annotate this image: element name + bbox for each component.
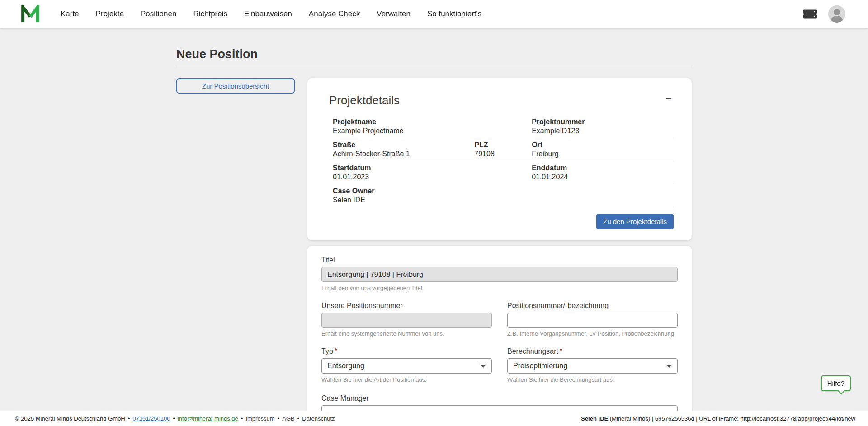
project-details-row: Case Owner Selen IDE <box>329 184 674 207</box>
typ-label: Typ* <box>321 347 492 356</box>
strasse-label: Straße <box>333 141 474 149</box>
nav-item-richtpreis[interactable]: Richtpreis <box>193 9 227 19</box>
enddatum-label: Enddatum <box>532 164 670 172</box>
berechnungsart-label: Berechnungsart* <box>507 347 678 356</box>
separator: • <box>173 415 175 422</box>
nav-item-karte[interactable]: Karte <box>61 9 79 19</box>
project-details-row: Straße Achim-Stocker-Straße 1 PLZ 79108 … <box>329 138 674 161</box>
required-marker: * <box>560 347 562 355</box>
copyright-text: © 2025 Mineral Minds Deutschland GmbH <box>15 415 125 422</box>
project-details-title: Projektdetails <box>329 94 400 107</box>
separator: • <box>128 415 130 422</box>
strasse-value: Achim-Stocker-Straße 1 <box>333 150 474 158</box>
berechnungsart-label-text: Berechnungsart <box>507 347 558 355</box>
case-manager-input[interactable] <box>321 405 678 411</box>
footer-user-name: Selen IDE <box>581 415 608 422</box>
case-owner-label: Case Owner <box>333 187 670 195</box>
plz-label: PLZ <box>474 141 532 149</box>
person-icon <box>828 5 845 23</box>
nav-item-verwalten[interactable]: Verwalten <box>377 9 410 19</box>
email-link[interactable]: info@mineral-minds.de <box>178 415 238 422</box>
titel-input <box>321 267 678 282</box>
caret-down-icon <box>666 365 672 368</box>
position-form-card: Titel Erhält den von uns vorgegebenen Ti… <box>307 246 692 411</box>
project-details-row: Startdatum 01.01.2023 Enddatum 01.01.202… <box>329 161 674 184</box>
phone-link[interactable]: 07151/250100 <box>132 415 170 422</box>
typ-select-value: Entsorgung <box>327 362 364 370</box>
footer: © 2025 Mineral Minds Deutschland GmbH • … <box>0 411 868 426</box>
project-details-row: Projektname Example Projectname Projektn… <box>329 115 674 138</box>
footer-left: © 2025 Mineral Minds Deutschland GmbH • … <box>15 415 335 422</box>
berechnungsart-select-value: Preisoptimierung <box>513 362 567 370</box>
separator: • <box>278 415 280 422</box>
berechnungsart-select[interactable]: Preisoptimierung <box>507 358 678 374</box>
go-to-project-details-button[interactable]: Zu den Projektdetails <box>596 214 674 229</box>
caret-down-icon <box>481 365 486 368</box>
separator: • <box>297 415 300 422</box>
projektnummer-label: Projektnummer <box>532 118 670 126</box>
main-content: Neue Position Zur Positionsübersicht Pro… <box>0 28 868 411</box>
impressum-link[interactable]: Impressum <box>245 415 274 422</box>
main-navigation: Karte Projekte Positionen Richtpreis Ein… <box>61 9 481 19</box>
projektname-value: Example Projectname <box>333 127 532 135</box>
required-marker: * <box>335 347 337 355</box>
case-owner-value: Selen IDE <box>333 196 670 204</box>
titel-help-text: Erhält den von uns vorgegebenen Titel. <box>321 285 678 291</box>
berechnungsart-help-text: Wählen Sie hier die Berechnungsart aus. <box>507 376 678 383</box>
nav-item-positionen[interactable]: Positionen <box>141 9 176 19</box>
nav-item-projekte[interactable]: Projekte <box>96 9 124 19</box>
positionsbezeichnung-input[interactable] <box>507 313 678 328</box>
startdatum-value: 01.01.2023 <box>333 173 532 181</box>
navbar: Karte Projekte Positionen Richtpreis Ein… <box>0 0 868 28</box>
positionsnummer-input <box>321 313 492 328</box>
footer-session-details: (Mineral Minds) | 69576255536d | URL of … <box>608 415 855 422</box>
nav-item-analyse-check[interactable]: Analyse Check <box>309 9 360 19</box>
help-button[interactable]: Hilfe? <box>821 375 851 391</box>
projektname-label: Projektname <box>333 118 532 126</box>
navbar-right <box>803 5 845 23</box>
positionsnummer-help-text: Erhält eine systemgenerierte Nummer von … <box>321 330 492 337</box>
ort-label: Ort <box>532 141 670 149</box>
project-details-card: Projektdetails − Projektname Example Pro… <box>307 78 692 240</box>
nav-item-einbauweisen[interactable]: Einbauweisen <box>244 9 292 19</box>
logo[interactable] <box>21 5 40 23</box>
back-to-positions-button[interactable]: Zur Positionsübersicht <box>176 78 295 94</box>
page-title: Neue Position <box>176 47 692 61</box>
user-avatar[interactable] <box>828 5 845 23</box>
enddatum-value: 01.01.2024 <box>532 173 670 181</box>
typ-help-text: Wählen Sie hier die Art der Position aus… <box>321 376 492 383</box>
positionsnummer-label: Unsere Positionsnummer <box>321 301 492 310</box>
title-divider <box>176 67 692 67</box>
startdatum-label: Startdatum <box>333 164 532 172</box>
datenschutz-link[interactable]: Datenschutz <box>302 415 335 422</box>
project-details-fields: Projektname Example Projectname Projektn… <box>329 115 674 207</box>
typ-select[interactable]: Entsorgung <box>321 358 492 374</box>
ort-value: Freiburg <box>532 150 670 158</box>
positionsbezeichnung-label: Positionsnummer/-bezeichnung <box>507 301 678 310</box>
footer-session-info: Selen IDE (Mineral Minds) | 69576255536d… <box>581 415 855 422</box>
typ-label-text: Typ <box>321 347 333 355</box>
collapse-button[interactable]: − <box>664 94 674 103</box>
positionsbezeichnung-help-text: Z.B. Interne-Vorgangsnummer, LV-Position… <box>507 330 678 337</box>
case-manager-label: Case Manager <box>321 394 678 403</box>
separator: • <box>241 415 243 422</box>
projektnummer-value: ExampleID123 <box>532 127 670 135</box>
mineral-minds-logo-icon <box>21 5 40 23</box>
plz-value: 79108 <box>474 150 532 158</box>
titel-label: Titel <box>321 256 678 264</box>
server-icon[interactable] <box>803 9 817 19</box>
nav-item-so-funktionierts[interactable]: So funktioniert's <box>427 9 481 19</box>
agb-link[interactable]: AGB <box>282 415 294 422</box>
